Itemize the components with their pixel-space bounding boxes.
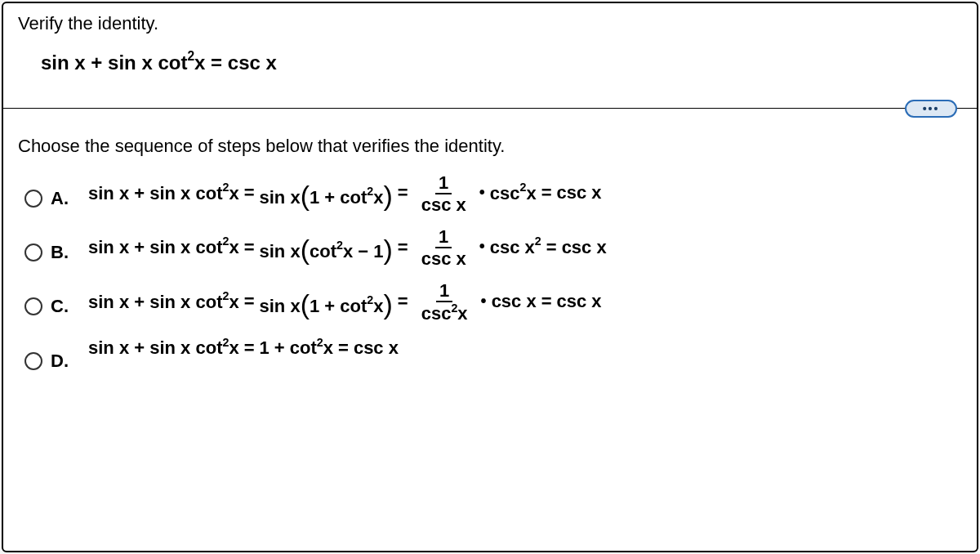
divider-line bbox=[3, 108, 977, 109]
ellipsis-icon: ••• bbox=[923, 103, 940, 114]
section-divider: ••• bbox=[18, 100, 962, 116]
option-c-math: sin x + sin x cot2x = sin x(1 + cot2x) =… bbox=[88, 281, 602, 324]
option-a-label: A. bbox=[51, 188, 69, 209]
option-d-math: sin x + sin x cot2x = 1 + cot2x = csc x bbox=[88, 336, 399, 360]
option-c-row[interactable]: C. sin x + sin x cot2x = sin x(1 + cot2x… bbox=[24, 281, 962, 324]
radio-c[interactable] bbox=[24, 297, 42, 315]
question-subprompt: Choose the sequence of steps below that … bbox=[18, 136, 962, 157]
question-prompt: Verify the identity. bbox=[18, 13, 962, 34]
option-d-label: D. bbox=[51, 351, 69, 372]
more-options-button[interactable]: ••• bbox=[905, 100, 957, 118]
option-d-row[interactable]: D. sin x + sin x cot2x = 1 + cot2x = csc… bbox=[24, 336, 962, 372]
radio-a[interactable] bbox=[24, 190, 42, 208]
option-b-label: B. bbox=[51, 242, 69, 263]
options-group: A. sin x + sin x cot2x = sin x(1 + cot2x… bbox=[24, 173, 962, 373]
option-c-label: C. bbox=[51, 296, 69, 317]
option-b-row[interactable]: B. sin x + sin x cot2x = sin x(cot2x − 1… bbox=[24, 227, 962, 268]
radio-d[interactable] bbox=[24, 352, 42, 370]
option-a-math: sin x + sin x cot2x = sin x(1 + cot2x) =… bbox=[88, 173, 602, 214]
identity-expression: sin x + sin x cot2x = csc x bbox=[41, 49, 962, 77]
radio-b[interactable] bbox=[24, 243, 42, 261]
option-a-row[interactable]: A. sin x + sin x cot2x = sin x(1 + cot2x… bbox=[24, 173, 962, 214]
option-b-math: sin x + sin x cot2x = sin x(cot2x − 1) =… bbox=[88, 227, 607, 268]
question-card: Verify the identity. sin x + sin x cot2x… bbox=[2, 2, 978, 552]
